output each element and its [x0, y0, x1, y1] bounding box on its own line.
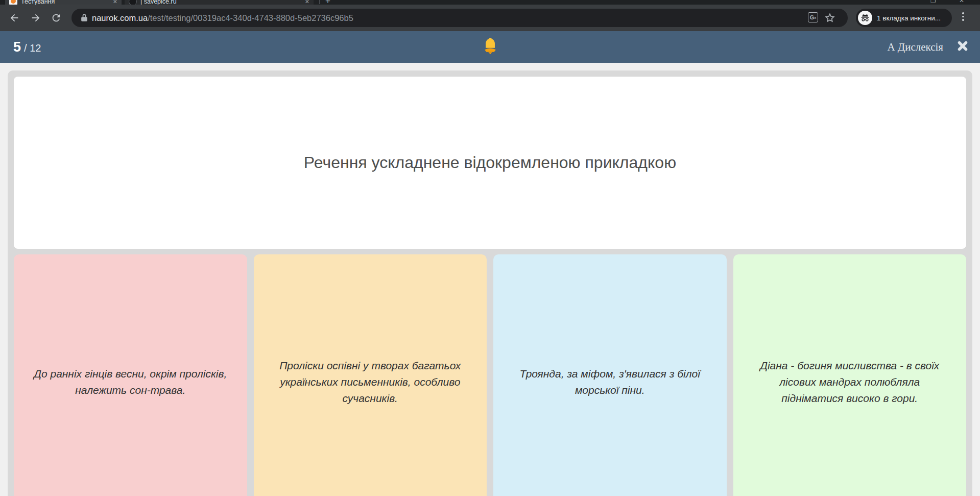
browser-menu-icon[interactable] — [962, 12, 964, 21]
question-card: Речення ускладнене відокремленою приклад… — [14, 77, 966, 249]
answer-card[interactable]: До ранніх гінців весни, окрім пролісків,… — [14, 254, 247, 496]
globe-favicon-icon — [129, 0, 137, 5]
browser-toolbar: naurok.com.ua/test/testing/00319ac4-340d… — [0, 5, 980, 31]
reload-button[interactable] — [49, 11, 63, 25]
tab-title: | savepice.ru — [140, 0, 301, 5]
tab-separator — [319, 0, 320, 4]
answer-text: Троянда, за міфом, з'явилася з білої мор… — [508, 366, 712, 398]
window-close-icon[interactable]: ✕ — [959, 0, 964, 4]
address-bar[interactable]: naurok.com.ua/test/testing/00319ac4-340d… — [71, 9, 848, 27]
incognito-badge: 1 вкладка инкогни... — [856, 9, 952, 27]
back-button[interactable] — [7, 11, 21, 25]
quiz-panel: Речення ускладнене відокремленою приклад… — [8, 70, 972, 496]
question-progress: 5 / 12 — [13, 39, 41, 55]
back-arrow-icon — [9, 12, 20, 23]
url-path: /test/testing/00319ac4-340d-4743-880d-5e… — [148, 13, 353, 22]
tab-close-icon[interactable]: ✕ — [305, 0, 309, 5]
close-test-button[interactable] — [957, 40, 969, 54]
current-question-number: 5 — [13, 39, 21, 55]
url-text: naurok.com.ua/test/testing/00319ac4-340d… — [92, 13, 353, 23]
forward-button[interactable] — [29, 11, 43, 25]
new-tab-button[interactable]: + — [325, 0, 330, 5]
answer-card[interactable]: Діана - богиня мисливства - в своїх лісо… — [733, 254, 967, 496]
bell-icon — [482, 37, 499, 57]
forward-arrow-icon — [30, 12, 41, 23]
naurok-favicon-icon — [9, 0, 17, 5]
lock-icon — [79, 13, 89, 25]
answer-text: Діана - богиня мисливства - в своїх лісо… — [748, 358, 952, 407]
answer-text: Проліски оспівні у творах багатьох украї… — [268, 358, 473, 407]
dyslexia-toggle-button[interactable]: А Дислексія — [887, 41, 943, 54]
quiz-content: Речення ускладнене відокремленою приклад… — [0, 70, 980, 496]
total-questions: / 12 — [24, 42, 41, 54]
url-domain: naurok.com.ua — [92, 13, 148, 22]
tab-savepice[interactable]: | savepice.ru ✕ — [125, 0, 314, 5]
tab-title: Тестування — [21, 0, 109, 5]
incognito-badge-label: 1 вкладка инкогни... — [877, 14, 941, 22]
reload-icon — [51, 12, 62, 23]
answer-card[interactable]: Проліски оспівні у творах багатьох украї… — [254, 254, 487, 496]
translate-icon[interactable]: Gx — [808, 12, 818, 22]
answer-card[interactable]: Троянда, за міфом, з'явилася з білої мор… — [493, 254, 727, 496]
browser-tab-strip: Тестування ✕ | savepice.ru ✕ + ❐ ✕ — [0, 0, 980, 5]
question-text: Речення ускладнене відокремленою приклад… — [273, 153, 707, 172]
answers-row: До ранніх гінців весни, окрім пролісків,… — [14, 254, 966, 496]
window-restore-icon[interactable]: ❐ — [930, 0, 936, 4]
bookmark-star-icon[interactable] — [824, 12, 835, 26]
incognito-icon — [858, 11, 872, 25]
answer-text: До ранніх гінців весни, окрім пролісків,… — [28, 366, 233, 398]
quiz-header: 5 / 12 А Дислексія — [0, 31, 980, 63]
tab-close-icon[interactable]: ✕ — [113, 0, 117, 5]
header-right-group: А Дислексія — [887, 31, 969, 63]
tab-testing[interactable]: Тестування ✕ — [5, 0, 122, 5]
